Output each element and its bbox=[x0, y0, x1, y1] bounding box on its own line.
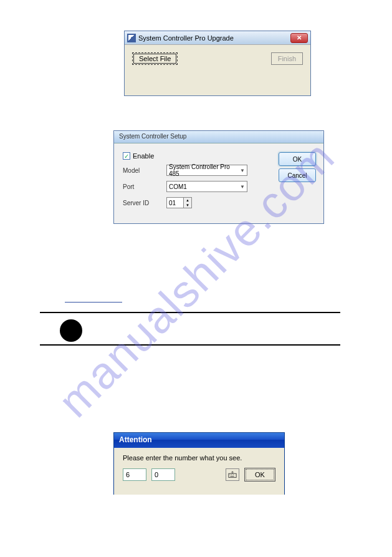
attention-body: Please enter the number what you see. OK bbox=[114, 448, 284, 495]
chevron-down-icon: ▼ bbox=[240, 168, 245, 173]
app-icon bbox=[127, 34, 136, 42]
close-button[interactable]: ✕ bbox=[290, 33, 308, 43]
serverid-input[interactable] bbox=[166, 197, 184, 208]
bullet-circle bbox=[60, 319, 82, 342]
attention-prompt: Please enter the number what you see. bbox=[123, 454, 275, 462]
spin-up-icon[interactable]: ▲ bbox=[184, 198, 191, 203]
number-input-1[interactable] bbox=[123, 468, 146, 481]
port-combo[interactable]: COM1 ▼ bbox=[166, 181, 247, 192]
select-file-button[interactable]: Select File bbox=[132, 52, 178, 65]
finish-button[interactable]: Finish bbox=[271, 52, 303, 65]
model-combo[interactable]: System Controller Pro 485 ▼ bbox=[166, 165, 247, 176]
svg-rect-0 bbox=[229, 473, 236, 477]
upgrade-body: Select File Finish bbox=[125, 45, 310, 72]
setup-dialog: System Controller Setup ✓ Enable Model S… bbox=[113, 130, 324, 224]
attention-dialog: Attention Please enter the number what y… bbox=[113, 432, 285, 495]
model-value: System Controller Pro 485 bbox=[169, 163, 240, 177]
serverid-row: Server ID ▲ ▼ bbox=[123, 197, 315, 208]
enable-checkbox[interactable]: ✓ bbox=[123, 152, 130, 160]
input-row: OK bbox=[123, 468, 275, 482]
chevron-down-icon: ▼ bbox=[240, 184, 245, 190]
spin-down-icon[interactable]: ▼ bbox=[184, 203, 191, 208]
setup-body: ✓ Enable Model System Controller Pro 485… bbox=[114, 143, 323, 223]
ok-button[interactable]: OK bbox=[279, 152, 316, 166]
keyboard-button[interactable] bbox=[226, 468, 239, 481]
model-label: Model bbox=[123, 167, 166, 174]
number-input-2[interactable] bbox=[151, 468, 175, 481]
port-value: COM1 bbox=[169, 183, 187, 190]
serverid-spinner[interactable]: ▲ ▼ bbox=[166, 197, 192, 208]
spinner-buttons[interactable]: ▲ ▼ bbox=[184, 197, 192, 208]
attention-ok-button[interactable]: OK bbox=[244, 468, 275, 482]
port-row: Port COM1 ▼ bbox=[123, 181, 315, 192]
serverid-label: Server ID bbox=[123, 200, 166, 206]
upgrade-titlebar[interactable]: System Controller Pro Upgrade ✕ bbox=[125, 31, 310, 45]
upgrade-title: System Controller Pro Upgrade bbox=[138, 34, 290, 42]
cancel-button[interactable]: Cancel bbox=[279, 168, 316, 182]
setup-titlebar[interactable]: System Controller Setup bbox=[114, 131, 323, 143]
enable-label: Enable bbox=[133, 152, 154, 160]
divider-top bbox=[40, 312, 340, 313]
upgrade-dialog: System Controller Pro Upgrade ✕ Select F… bbox=[124, 31, 311, 96]
close-icon: ✕ bbox=[297, 34, 302, 41]
link-underline bbox=[65, 302, 122, 303]
attention-titlebar[interactable]: Attention bbox=[114, 433, 284, 448]
keyboard-icon bbox=[228, 471, 237, 478]
port-label: Port bbox=[123, 183, 166, 190]
divider-bottom bbox=[40, 344, 340, 346]
